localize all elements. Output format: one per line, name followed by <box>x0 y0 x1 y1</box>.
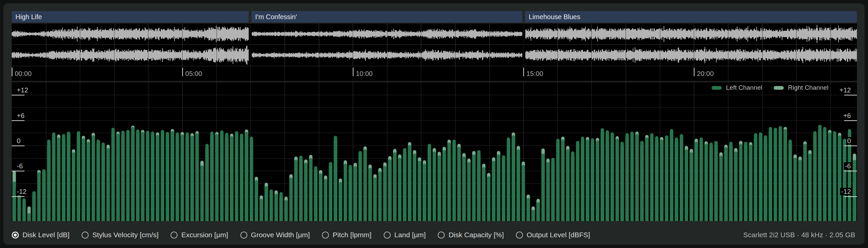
timeline-major-tick <box>182 67 183 76</box>
radio-option-groove-width-m[interactable]: Groove Width [µm] <box>240 231 310 239</box>
radio-option-excursion-m[interactable]: Excursion [µm] <box>170 231 228 239</box>
timeline-major-tick <box>353 67 353 76</box>
legend-item: Right Channel <box>774 84 828 91</box>
radio-unselected-icon[interactable] <box>384 231 391 239</box>
timeline-ruler: 00:0005:0010:0015:0020:00 <box>12 66 857 81</box>
radio-unselected-icon[interactable] <box>438 231 445 239</box>
screen: { "tracks": [ {"title": "High Life", "st… <box>0 0 868 248</box>
level-chart <box>12 82 857 221</box>
radio-option-output-level-dbfs[interactable]: Output Level [dBFS] <box>516 231 590 239</box>
db-axis-label-left: 0 <box>16 137 22 144</box>
radio-unselected-icon[interactable] <box>516 231 523 239</box>
legend-item: Left Channel <box>712 84 762 91</box>
timeline-tick-label: 00:00 <box>15 66 32 81</box>
radio-unselected-icon[interactable] <box>170 231 178 239</box>
timeline-minor-gridline <box>285 66 285 81</box>
track-label[interactable]: High Life <box>12 11 249 23</box>
radio-option-label: Land [µm] <box>394 231 426 239</box>
metric-radio-group: Disk Level [dB]Stylus Velocity [cm/s]Exc… <box>12 228 590 242</box>
timeline-minor-gridline <box>421 66 421 81</box>
timeline-minor-gridline <box>591 66 592 81</box>
radio-option-label: Groove Width [µm] <box>251 231 310 239</box>
timeline-minor-gridline <box>387 66 388 81</box>
timeline-minor-gridline <box>830 66 831 81</box>
db-axis-label-right: -6 <box>844 162 852 170</box>
timeline-major-tick <box>523 67 524 76</box>
timeline-minor-gridline <box>796 66 797 81</box>
waveform-display[interactable] <box>12 24 857 66</box>
db-axis-label-left: +12 <box>16 86 29 94</box>
timeline-minor-gridline <box>148 66 148 81</box>
timeline-minor-gridline <box>558 66 558 81</box>
radio-unselected-icon[interactable] <box>240 231 247 239</box>
app-window: High LifeI'm Confessin'Limehouse Blues 0… <box>3 3 865 245</box>
timeline-tick-label: 10:00 <box>356 66 373 81</box>
db-axis-label-right: -12 <box>840 188 852 195</box>
legend-label: Right Channel <box>788 84 828 91</box>
radio-option-label: Pitch [lpmm] <box>333 231 372 239</box>
timeline-minor-gridline <box>728 66 728 81</box>
db-axis-label-left: -6 <box>16 162 24 170</box>
radio-unselected-icon[interactable] <box>82 231 89 239</box>
db-axis-label-left: -12 <box>16 188 28 195</box>
stereo-waveform-canvas <box>12 24 857 66</box>
status-text: Scarlett 2i2 USB · 48 kHz · 2.05 GB <box>743 231 855 239</box>
timeline-minor-gridline <box>489 66 490 81</box>
legend-swatch-icon <box>774 86 784 90</box>
timeline-major-tick <box>694 67 694 76</box>
timeline-minor-gridline <box>626 66 626 81</box>
timeline-tick-label: 05:00 <box>185 66 202 81</box>
radio-unselected-icon[interactable] <box>322 231 329 239</box>
timeline-major-tick <box>12 67 12 76</box>
timeline-minor-gridline <box>250 66 251 81</box>
radio-selected-icon[interactable] <box>12 231 19 239</box>
level-bars-canvas <box>12 82 857 221</box>
radio-option-disk-capacity[interactable]: Disk Capacity [%] <box>438 231 504 239</box>
radio-option-label: Disk Capacity [%] <box>448 231 504 239</box>
radio-option-disk-level-db[interactable]: Disk Level [dB] <box>12 231 69 239</box>
legend-label: Left Channel <box>726 84 762 91</box>
radio-option-label: Excursion [µm] <box>181 231 228 239</box>
timeline-minor-gridline <box>455 66 456 81</box>
timeline-tick-label: 20:00 <box>697 66 714 81</box>
radio-option-stylus-velocity-cm-s[interactable]: Stylus Velocity [cm/s] <box>82 231 158 239</box>
radio-option-label: Stylus Velocity [cm/s] <box>92 231 158 239</box>
status-bar: Scarlett 2i2 USB · 48 kHz · 2.05 GB <box>743 228 855 242</box>
radio-option-land-m[interactable]: Land [µm] <box>384 231 426 239</box>
db-axis-label-right: +12 <box>838 86 852 94</box>
timeline-minor-gridline <box>114 66 115 81</box>
timeline-minor-gridline <box>80 66 80 81</box>
chart-legend: Left ChannelRight Channel <box>712 84 828 91</box>
radio-option-label: Disk Level [dB] <box>23 231 69 239</box>
radio-option-pitch-lpmm[interactable]: Pitch [lpmm] <box>322 231 372 239</box>
track-label[interactable]: I'm Confessin' <box>251 11 522 23</box>
timeline-minor-gridline <box>46 66 46 81</box>
db-axis-label-left: +6 <box>16 112 26 119</box>
timeline-minor-gridline <box>319 66 319 81</box>
db-axis-label-right: +6 <box>842 112 852 119</box>
timeline-tick-label: 15:00 <box>526 66 543 81</box>
timeline-minor-gridline <box>217 66 217 81</box>
track-label[interactable]: Limehouse Blues <box>525 11 857 23</box>
db-axis-label-right: 0 <box>846 137 852 144</box>
radio-option-label: Output Level [dBFS] <box>527 231 590 239</box>
timeline-minor-gridline <box>660 66 660 81</box>
legend-swatch-icon <box>712 86 722 90</box>
timeline-minor-gridline <box>762 66 763 81</box>
